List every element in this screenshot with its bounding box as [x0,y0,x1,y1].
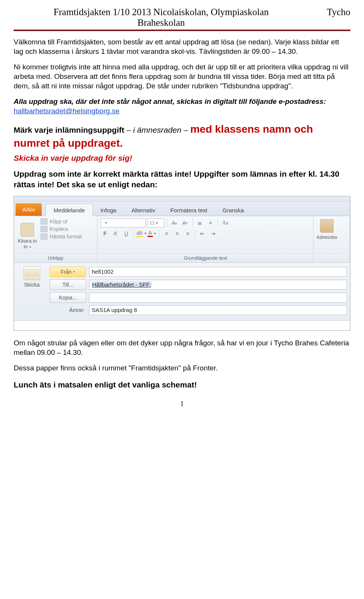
font-color-button[interactable]: A▾ [147,229,156,238]
para-priority: Ni kommer troligtvis inte att hinna med … [14,62,350,91]
compose-area: Skicka Från hefi1002 Till... Hållbarhets… [14,262,350,320]
tab-infoga[interactable]: Infoga [93,204,124,216]
align-center-button[interactable]: ≡ [173,229,182,238]
header-title-line2: Braheskolan [14,17,309,28]
align-right-button[interactable]: ≡ [183,229,192,238]
numbering-button[interactable]: ≡ [206,218,215,227]
send-label: Skicka [24,282,39,288]
copy-button[interactable]: Kopiera [41,225,95,233]
cc-button[interactable]: Kopia... [50,292,86,303]
bold-button[interactable]: F [100,229,110,238]
para-marking-ital: – i ämnesraden – [127,125,190,134]
shrink-font-button[interactable]: A▾ [180,218,190,227]
subject-label: Ämne: [50,307,86,313]
tab-arkiv[interactable]: Arkiv [16,203,42,216]
outlook-titlebar [14,196,350,202]
highlight-button[interactable]: ab▾ [136,229,146,238]
tab-meddelande[interactable]: Meddelande [46,204,93,216]
ribbon-group-addressbook: Adressbo [314,216,350,262]
subject-value: SAS1A uppdrag 8 [92,307,137,313]
document-header: Framtidsjakten 1/10 2013 Nicolaiskolan, … [14,7,350,28]
font-family-combo[interactable]: ▾ [100,218,146,227]
header-title-right: Tycho [309,7,350,17]
addressbook-icon [320,219,334,233]
tab-alternativ[interactable]: Alternativ [124,204,163,216]
font-size-value: 11 [149,220,155,226]
paste-label: Klistra in [18,238,37,244]
format-painter-button[interactable]: Hämta format [41,233,95,240]
clear-formatting-button[interactable]: Aa [221,218,230,227]
subject-field[interactable]: SAS1A uppdrag 8 [89,305,347,315]
clipboard-group-label: Urklipp [14,254,97,262]
to-button[interactable]: Till... [50,279,86,290]
para-jour: Om något strular på vägen eller om det d… [14,338,350,357]
para-email: Alla uppdrag ska, där det inte står någo… [14,97,350,116]
para-fronter: Dessa papper finns också i rummet "Framt… [14,363,350,373]
increase-indent-button[interactable]: ⇥ [209,229,218,238]
para-send-in: Skicka in varje uppdrag för sig! [14,154,350,163]
header-rule [14,30,350,31]
to-field[interactable]: Hållbarhetsrådet - SFF; [89,280,347,290]
basictext-group-label: Grundläggande text [98,254,312,262]
page-number: 1 [14,400,350,408]
cut-button[interactable]: Klipp ut [41,218,95,225]
align-left-button[interactable]: ≡ [162,229,171,238]
from-value: hefi1002 [92,268,114,275]
format-painter-label: Hämta format [50,234,82,240]
para-rules: Uppdrag som inte är korrekt märkta rätta… [14,169,350,190]
copy-icon [41,226,47,232]
addressbook-label: Adressbo [317,234,337,240]
italic-button[interactable]: K [111,229,120,238]
para-marking-lead: Märk varje inlämningsuppgift [14,125,127,134]
compose-body[interactable] [14,320,350,330]
tab-granska[interactable]: Granska [215,204,252,216]
ribbon-group-basictext: ▾ 11▾ A▴ A▾ ≣ ≡ Aa F K U [97,216,314,262]
paste-button[interactable]: Klistra in in [16,218,38,254]
email-link[interactable]: hallbarhetsradet@helsingborg.se [14,107,119,115]
addressbook-group-label [314,254,350,262]
outlook-window: Arkiv Meddelande Infoga Alternativ Forma… [14,196,350,331]
para-marking: Märk varje inlämningsuppgift – i ämnesra… [14,122,350,151]
envelope-icon [24,267,40,280]
from-button[interactable]: Från [50,267,86,277]
paste-sublabel: in [24,244,31,249]
underline-button[interactable]: U [122,229,131,238]
cc-field[interactable] [89,293,347,303]
to-value: Hållbarhetsrådet - SFF; [92,281,152,288]
para-lunch: Lunch äts i matsalen enligt det vanliga … [14,379,350,390]
ribbon-group-clipboard: Klistra in in Klipp ut Kopiera [14,216,97,262]
scissors-icon [41,218,47,224]
cut-label: Klipp ut [50,218,67,224]
from-field[interactable]: hefi1002 [89,267,347,277]
bullets-button[interactable]: ≣ [195,218,204,227]
copy-label: Kopiera [50,226,68,232]
addressbook-button[interactable]: Adressbo [316,218,338,240]
paste-icon [20,223,34,237]
ribbon-tabs: Arkiv Meddelande Infoga Alternativ Forma… [14,202,350,216]
decrease-indent-button[interactable]: ⇤ [198,229,207,238]
ribbon-body: Klistra in in Klipp ut Kopiera [14,216,350,262]
brush-icon [41,234,47,240]
header-title-line1: Framtidsjakten 1/10 2013 Nicolaiskolan, … [14,7,309,17]
send-button[interactable]: Skicka [17,267,47,315]
grow-font-button[interactable]: A▴ [170,218,179,227]
tab-formatera-text[interactable]: Formatera text [163,204,215,216]
para-email-lead: Alla uppdrag ska, där det inte står någo… [14,97,326,105]
para-welcome: Välkomna till Framtidsjakten, som består… [14,37,350,56]
font-size-combo[interactable]: 11▾ [147,218,164,227]
